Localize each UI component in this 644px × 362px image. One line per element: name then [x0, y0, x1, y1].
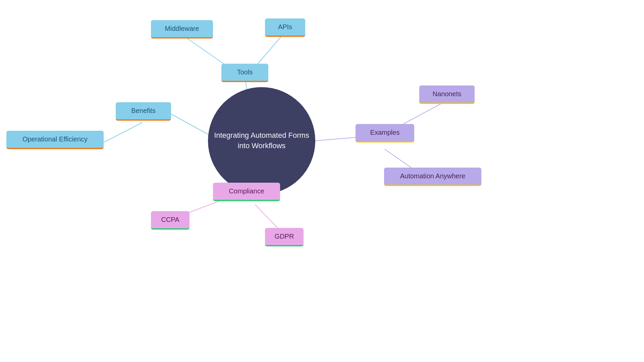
node-automation-anywhere[interactable]: Automation Anywhere [384, 168, 481, 186]
node-examples[interactable]: Examples [356, 124, 414, 142]
node-operational-efficiency[interactable]: Operational Efficiency [6, 131, 104, 149]
center-label: Integrating Automated Forms into Workflo… [214, 130, 309, 151]
node-middleware[interactable]: Middleware [151, 20, 213, 39]
svg-line-4 [104, 122, 143, 142]
center-node: Integrating Automated Forms into Workflo… [208, 87, 315, 194]
node-gdpr[interactable]: GDPR [265, 228, 304, 246]
node-ccpa[interactable]: CCPA [151, 211, 190, 230]
node-nanonets[interactable]: Nanonets [419, 85, 475, 104]
node-compliance[interactable]: Compliance [213, 183, 280, 201]
node-apis[interactable]: APIs [265, 18, 305, 37]
svg-line-8 [315, 137, 356, 141]
node-benefits[interactable]: Benefits [116, 102, 171, 121]
node-tools[interactable]: Tools [221, 64, 268, 82]
